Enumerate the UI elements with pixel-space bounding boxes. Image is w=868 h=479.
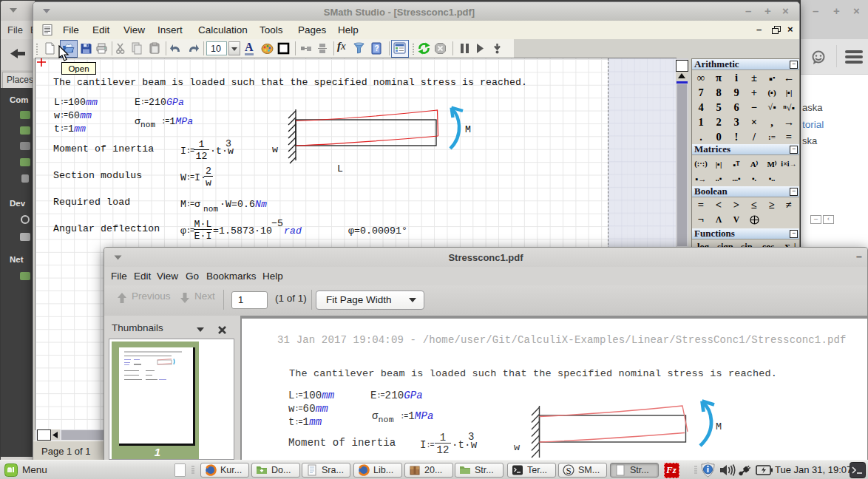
svg-text:w: w [272, 144, 278, 155]
svg-text:?: ? [375, 44, 379, 52]
svg-text:L: L [337, 163, 343, 174]
svg-text:S: S [566, 465, 572, 476]
svg-text:M: M [465, 124, 471, 135]
svg-text:M: M [716, 421, 722, 432]
svg-text:w: w [514, 442, 520, 453]
